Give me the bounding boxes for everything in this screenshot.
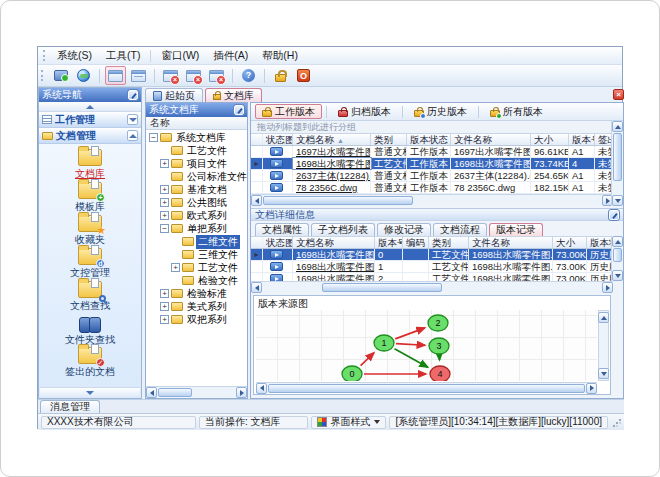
tree-expander-icon[interactable]: + bbox=[160, 198, 169, 207]
scroll-down-arrow[interactable] bbox=[612, 270, 623, 281]
version-button-2[interactable]: 归档版本 bbox=[331, 104, 398, 119]
tree-horizontal-scrollbar[interactable] bbox=[146, 386, 247, 398]
sidebar-item-checkout[interactable]: ✓签出的文档 bbox=[40, 347, 140, 380]
scroll-thumb[interactable] bbox=[263, 196, 413, 205]
scroll-thumb[interactable] bbox=[613, 248, 622, 262]
tree-node[interactable]: +基准文档 bbox=[146, 183, 247, 196]
tree-expander-icon[interactable]: + bbox=[160, 315, 169, 324]
table-row[interactable]: 78 2356C.dwg普通文档工作版本78 2356C.dwg182.15KB… bbox=[251, 182, 613, 194]
tree-column-header[interactable]: 名称 bbox=[146, 117, 247, 130]
tab-start-page[interactable]: 起始页 bbox=[145, 88, 203, 102]
close-window-icon-button[interactable] bbox=[160, 66, 181, 85]
tree-node[interactable]: 工艺文件 bbox=[146, 144, 247, 157]
sidebar-group-work[interactable]: 工作管理 bbox=[39, 112, 141, 128]
sidebar-item-favorites[interactable]: ★收藏夹 bbox=[40, 215, 140, 248]
version-graph-canvas[interactable]: 01234 bbox=[256, 310, 597, 381]
scroll-right-arrow[interactable] bbox=[602, 282, 613, 293]
exit-icon-button[interactable]: O bbox=[293, 66, 314, 85]
scroll-down-arrow[interactable] bbox=[612, 195, 623, 206]
tree-node[interactable]: −系统文档库 bbox=[146, 131, 247, 144]
tree-expander-icon[interactable]: + bbox=[160, 211, 169, 220]
help-icon-button[interactable]: ? bbox=[238, 66, 259, 85]
menu-item-2[interactable]: 工具(T) bbox=[99, 48, 147, 64]
column-header-3[interactable]: 类别 bbox=[371, 134, 407, 145]
tree-node[interactable]: +工艺文件 bbox=[146, 261, 247, 274]
tree-node[interactable]: +美式系列 bbox=[146, 300, 247, 313]
workspace-icon-button[interactable] bbox=[50, 66, 71, 85]
column-header-7[interactable]: 大小 bbox=[553, 237, 587, 248]
toolbar-grip[interactable] bbox=[41, 70, 44, 81]
sidebar-collapse-up[interactable] bbox=[39, 102, 141, 112]
column-header-6[interactable]: 大小 bbox=[531, 134, 569, 145]
column-header-7[interactable]: 版本号 bbox=[569, 134, 595, 145]
menu-item-5[interactable]: 帮助(H) bbox=[255, 48, 305, 64]
graph-hscrollbar[interactable] bbox=[256, 382, 597, 393]
column-header-4[interactable]: 版本状态 bbox=[407, 134, 451, 145]
table-row[interactable]: ▸1698出水嘴零件图.dwg0工艺文件1698出水嘴零件图.dwg73.00K… bbox=[251, 249, 613, 261]
close-other-windows-icon-button[interactable] bbox=[206, 66, 227, 85]
tile-windows-icon-button[interactable] bbox=[128, 66, 149, 85]
scroll-up-arrow[interactable] bbox=[612, 121, 623, 132]
pushpin-icon[interactable] bbox=[609, 210, 619, 220]
tree-expander-icon[interactable]: + bbox=[160, 159, 169, 168]
version-table-hscrollbar[interactable] bbox=[251, 281, 613, 293]
detail-tab[interactable]: 版本记录 bbox=[489, 223, 543, 236]
table-row[interactable]: 2637主体(12284).dwg普通文档工作版本2637主体(12284).d… bbox=[251, 170, 613, 182]
cascade-windows-icon-button[interactable] bbox=[105, 66, 126, 85]
close-all-windows-icon-button[interactable] bbox=[183, 66, 204, 85]
column-header-2[interactable]: 文档名称▲ bbox=[293, 134, 371, 145]
version-node-4[interactable]: 4 bbox=[430, 366, 450, 381]
tree-node[interactable]: 三维文件 bbox=[146, 248, 247, 261]
tree-node[interactable]: +检验标准 bbox=[146, 287, 247, 300]
column-header-8[interactable]: 版本状态 bbox=[587, 237, 613, 248]
message-manager-tab[interactable]: 消息管理 bbox=[40, 400, 100, 413]
resize-grip[interactable] bbox=[612, 418, 621, 427]
detail-tab[interactable]: 子文档列表 bbox=[311, 223, 375, 236]
sidebar-item-foldersearch[interactable]: 文件夹查找 bbox=[40, 314, 140, 347]
tree-node[interactable]: +双把系列 bbox=[146, 313, 247, 326]
sidebar-collapse-down[interactable] bbox=[40, 387, 140, 397]
sidebar-item-docsearch[interactable]: 文档查找 bbox=[40, 281, 140, 314]
scroll-left-arrow[interactable] bbox=[251, 282, 262, 293]
version-table-vscrollbar[interactable] bbox=[611, 236, 623, 281]
menubar-grip[interactable] bbox=[43, 50, 46, 61]
scroll-left-arrow[interactable] bbox=[256, 383, 267, 394]
column-header-6[interactable]: 文件名称 bbox=[469, 237, 553, 248]
web-icon-button[interactable] bbox=[73, 66, 94, 85]
tab-document-library[interactable]: 文档库 bbox=[205, 88, 262, 102]
sidebar-item-template[interactable]: +模板库 bbox=[40, 182, 140, 215]
document-table-vscrollbar[interactable] bbox=[611, 121, 623, 206]
lock-icon-button[interactable] bbox=[270, 66, 291, 85]
version-node-3[interactable]: 3 bbox=[429, 338, 449, 354]
group-chevron-button[interactable] bbox=[127, 114, 138, 125]
scroll-right-arrow[interactable] bbox=[236, 387, 247, 398]
scroll-thumb[interactable] bbox=[322, 283, 442, 292]
scroll-left-arrow[interactable] bbox=[146, 387, 157, 398]
scroll-up-arrow[interactable] bbox=[612, 236, 623, 247]
tree-expander-icon[interactable]: + bbox=[160, 302, 169, 311]
scroll-thumb[interactable] bbox=[158, 388, 192, 397]
tree-node[interactable]: −单把系列 bbox=[146, 222, 247, 235]
detail-tab[interactable]: 文档流程 bbox=[433, 223, 487, 236]
version-button-4[interactable]: 所有版本 bbox=[483, 104, 550, 119]
table-row[interactable]: 1698出水嘴零件图.dwg2工艺文件1698出水嘴零件图.dwg73.00KB… bbox=[251, 273, 613, 281]
sidebar-item-control[interactable]: d文控管理 bbox=[40, 248, 140, 281]
column-header-1[interactable]: 状态图 bbox=[263, 237, 293, 248]
column-header-3[interactable]: 版本号 bbox=[375, 237, 403, 248]
table-row[interactable]: 1697出水嘴零件图.dwg普通文档工作版本1697出水嘴零件图.dwg96.6… bbox=[251, 146, 613, 158]
scroll-down-arrow[interactable] bbox=[598, 368, 609, 379]
graph-vscrollbar[interactable] bbox=[598, 310, 609, 381]
tree-node[interactable]: 公司标准文件 bbox=[146, 170, 247, 183]
scroll-thumb[interactable] bbox=[613, 133, 622, 181]
close-tab-button[interactable]: × bbox=[613, 89, 624, 100]
tree-expander-icon[interactable]: + bbox=[160, 185, 169, 194]
tree-node[interactable]: +项目文件 bbox=[146, 157, 247, 170]
tree-expander-icon[interactable]: − bbox=[160, 224, 169, 233]
sidebar-item-library[interactable]: 文档库 bbox=[40, 149, 140, 182]
column-header-1[interactable]: 状态图 bbox=[263, 134, 293, 145]
column-header-5[interactable]: 类别 bbox=[429, 237, 469, 248]
menu-item-3[interactable]: 窗口(W) bbox=[154, 48, 206, 64]
tree-node[interactable]: +公共图纸 bbox=[146, 196, 247, 209]
column-header-5[interactable]: 文件名称 bbox=[451, 134, 531, 145]
sidebar-group-documents[interactable]: 文档管理 bbox=[39, 128, 141, 144]
